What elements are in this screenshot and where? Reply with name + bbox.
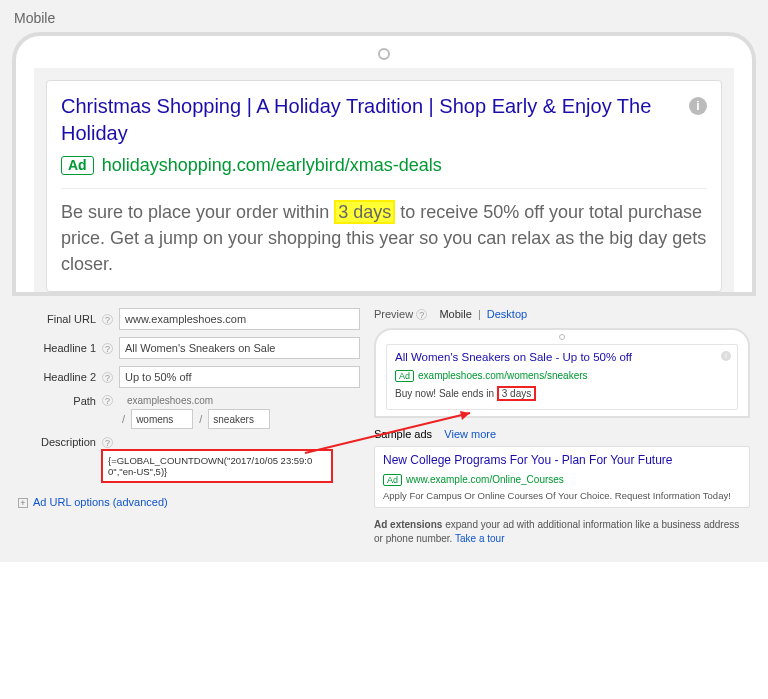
headline2-label: Headline 2 [18, 371, 96, 383]
headline2-row: Headline 2 ? [18, 366, 360, 388]
tab-mobile[interactable]: Mobile [439, 308, 471, 320]
preview-description: Buy now! Sale ends in 3 days [395, 386, 729, 401]
top-mobile-preview-section: Mobile Christmas Shopping | A Holiday Tr… [0, 0, 768, 296]
ad-url-options-label: Ad URL options (advanced) [33, 496, 168, 508]
ext-bold: Ad extensions [374, 519, 442, 530]
phone-speaker-icon [559, 334, 565, 340]
help-icon[interactable]: ? [416, 309, 427, 320]
phone-speaker-icon [378, 48, 390, 60]
help-icon[interactable]: ? [102, 372, 113, 383]
phone-frame-small: i All Women's Sneakers on Sale - Up to 5… [374, 328, 750, 418]
countdown-highlight: 3 days [334, 200, 395, 224]
ad-url-options-toggle[interactable]: +Ad URL options (advanced) [18, 496, 360, 508]
preview-tab-row: Preview ? Mobile | Desktop [374, 308, 750, 320]
sample-ads-label: Sample ads [374, 428, 432, 440]
description-label-row: Description ? [18, 436, 360, 448]
preview-display-url: exampleshoes.com/womens/sneakers [418, 370, 588, 381]
ad-form: Final URL ? Headline 1 ? Headline 2 ? Pa… [0, 308, 370, 546]
sample-ad-card: New College Programs For You - Plan For … [374, 446, 750, 508]
headline1-row: Headline 1 ? [18, 337, 360, 359]
help-icon[interactable]: ? [102, 395, 113, 406]
phone-frame-large: Christmas Shopping | A Holiday Tradition… [12, 32, 756, 296]
countdown-highlight: 3 days [497, 386, 536, 401]
sample-ads-row: Sample ads View more [374, 428, 750, 440]
sample-headline: New College Programs For You - Plan For … [383, 453, 741, 467]
path2-input[interactable] [208, 409, 270, 429]
sample-url: www.example.com/Online_Courses [406, 474, 564, 485]
description-label: Description [18, 436, 96, 448]
ad-preview-card: Christmas Shopping | A Holiday Tradition… [46, 80, 722, 292]
help-icon[interactable]: ? [102, 314, 113, 325]
path1-input[interactable] [131, 409, 193, 429]
path-label: Path [18, 395, 96, 407]
help-icon[interactable]: ? [102, 343, 113, 354]
headline2-input[interactable] [119, 366, 360, 388]
headline1-label: Headline 1 [18, 342, 96, 354]
ad-headline: Christmas Shopping | A Holiday Tradition… [61, 93, 681, 147]
final-url-label: Final URL [18, 313, 96, 325]
ad-desc-pre: Be sure to place your order within [61, 202, 329, 222]
preview-label: Preview [374, 308, 413, 320]
preview-desc-pre: Buy now! Sale ends in [395, 388, 494, 399]
final-url-row: Final URL ? [18, 308, 360, 330]
ad-editor-section: Final URL ? Headline 1 ? Headline 2 ? Pa… [0, 296, 768, 562]
ad-preview-card-small: i All Women's Sneakers on Sale - Up to 5… [386, 344, 738, 410]
preview-column: Preview ? Mobile | Desktop i All Women's… [370, 308, 768, 546]
mobile-label: Mobile [14, 10, 756, 26]
help-icon[interactable]: ? [102, 437, 113, 448]
final-url-input[interactable] [119, 308, 360, 330]
tab-desktop[interactable]: Desktop [487, 308, 527, 320]
take-tour-link[interactable]: Take a tour [455, 533, 504, 544]
plus-icon: + [18, 498, 28, 508]
ad-badge: Ad [383, 474, 402, 486]
preview-headline: All Women's Sneakers on Sale - Up to 50%… [395, 351, 729, 363]
ad-badge: Ad [395, 370, 414, 382]
path-row: Path ? exampleshoes.com / / [18, 395, 360, 429]
ad-badge: Ad [61, 156, 94, 175]
view-more-link[interactable]: View more [444, 428, 496, 440]
headline1-input[interactable] [119, 337, 360, 359]
info-icon[interactable]: i [689, 97, 707, 115]
description-input[interactable]: {=GLOBAL_COUNTDOWN("2017/10/05 23:59:00"… [102, 450, 332, 482]
info-icon[interactable]: i [721, 351, 731, 361]
ad-description: Be sure to place your order within 3 day… [61, 199, 707, 277]
phone-screen: Christmas Shopping | A Holiday Tradition… [34, 68, 734, 292]
sample-desc: Apply For Campus Or Online Courses Of Yo… [383, 490, 741, 501]
ad-display-url: holidayshopping.com/earlybird/xmas-deals [102, 155, 442, 176]
ad-extensions-note: Ad extensions expand your ad with additi… [374, 518, 750, 546]
path-domain: exampleshoes.com [119, 395, 360, 406]
